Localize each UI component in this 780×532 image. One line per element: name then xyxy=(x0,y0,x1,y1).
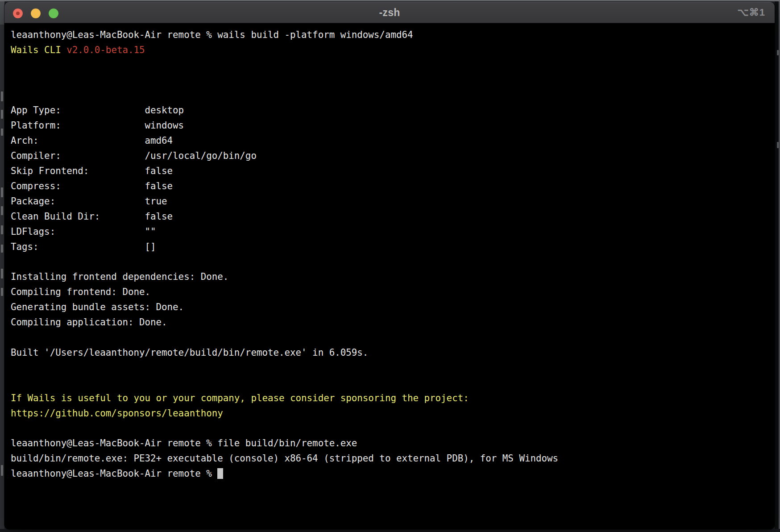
background-window-sliver-right xyxy=(775,0,780,532)
terminal-text: Clean Build Dir: false xyxy=(11,211,173,222)
background-window-edge-top xyxy=(0,0,780,1)
terminal-line: Skip Frontend: false xyxy=(11,164,775,179)
terminal-line: Generating bundle assets: Done. xyxy=(11,300,775,315)
traffic-lights xyxy=(13,8,58,18)
terminal-line: leaanthony@Leas-MacBook-Air remote % wai… xyxy=(11,28,775,43)
terminal-line xyxy=(11,58,775,73)
terminal-text: Compiler: /usr/local/go/bin/go xyxy=(11,150,257,161)
terminal-line: Compiling application: Done. xyxy=(11,315,775,330)
terminal-text: v2.0.0-beta.15 xyxy=(66,45,145,55)
terminal-text: If Wails is useful to you or your compan… xyxy=(11,393,469,403)
terminal-line: Compress: false xyxy=(11,179,775,194)
terminal-line xyxy=(11,73,775,88)
terminal-cursor xyxy=(217,468,223,479)
terminal-text: Compiling frontend: Done. xyxy=(11,287,150,297)
terminal-line: Clean Build Dir: false xyxy=(11,209,775,224)
terminal-text: Package: true xyxy=(11,196,167,207)
terminal-line: leaanthony@Leas-MacBook-Air remote % xyxy=(11,466,775,482)
terminal-line: https://github.com/sponsors/leaanthony xyxy=(11,406,775,421)
terminal-line: Installing frontend dependencies: Done. xyxy=(11,270,775,285)
terminal-text: https://github.com/sponsors/leaanthony xyxy=(11,408,223,419)
terminal-line: If Wails is useful to you or your compan… xyxy=(11,391,775,406)
terminal-text: LDFlags: "" xyxy=(11,226,156,237)
close-dot-icon xyxy=(16,12,20,15)
minimize-button[interactable] xyxy=(31,8,41,18)
terminal-line: Arch: amd64 xyxy=(11,133,775,149)
background-text-fragment xyxy=(1,225,3,234)
terminal-text: leaanthony@Leas-MacBook-Air remote % xyxy=(11,468,217,479)
terminal-line: Built '/Users/leaanthony/remote/build/bi… xyxy=(11,345,775,361)
terminal-screen[interactable]: leaanthony@Leas-MacBook-Air remote % wai… xyxy=(4,23,775,529)
terminal-line: Wails CLI v2.0.0-beta.15 xyxy=(11,43,775,58)
background-window-titlebar-fragment xyxy=(0,1,4,25)
background-text-fragment xyxy=(1,269,3,278)
terminal-line: App Type: desktop xyxy=(11,103,775,118)
terminal-line: leaanthony@Leas-MacBook-Air remote % fil… xyxy=(11,436,775,451)
background-text-fragment xyxy=(1,245,3,253)
background-text-fragment xyxy=(1,187,3,197)
background-text-fragment xyxy=(1,91,3,101)
background-text-fragment xyxy=(1,288,3,296)
titlebar[interactable]: -zsh ⌥⌘1 xyxy=(4,2,775,23)
terminal-text: Arch: amd64 xyxy=(11,135,173,146)
terminal-line xyxy=(11,330,775,345)
terminal-line xyxy=(11,88,775,104)
desktop-background-bottom xyxy=(0,529,780,532)
terminal-text: Skip Frontend: false xyxy=(11,166,173,176)
terminal-line xyxy=(11,255,775,270)
background-text-fragment xyxy=(1,465,3,476)
terminal-text: Installing frontend dependencies: Done. xyxy=(11,271,228,282)
terminal-line xyxy=(11,376,775,391)
background-text-fragment xyxy=(1,110,3,119)
terminal-line: Compiling frontend: Done. xyxy=(11,285,775,300)
background-text-fragment xyxy=(1,129,3,136)
terminal-text: Tags: [] xyxy=(11,241,156,252)
terminal-line: Tags: [] xyxy=(11,240,775,255)
terminal-text: leaanthony@Leas-MacBook-Air remote % fil… xyxy=(11,438,357,449)
window-shortcut-badge: ⌥⌘1 xyxy=(737,7,765,18)
window-title: -zsh xyxy=(379,7,400,19)
terminal-line: Package: true xyxy=(11,194,775,209)
background-text-fragment xyxy=(777,142,779,148)
terminal-text: build/bin/remote.exe: PE32+ executable (… xyxy=(11,453,558,464)
terminal-line xyxy=(11,421,775,436)
close-button[interactable] xyxy=(13,8,23,18)
terminal-text: Compress: false xyxy=(11,181,173,191)
terminal-line xyxy=(11,361,775,376)
terminal-text: leaanthony@Leas-MacBook-Air remote % wai… xyxy=(11,29,413,40)
terminal-window: -zsh ⌥⌘1 leaanthony@Leas-MacBook-Air rem… xyxy=(4,2,775,529)
terminal-text: Built '/Users/leaanthony/remote/build/bi… xyxy=(11,347,368,358)
background-text-fragment xyxy=(777,50,779,55)
terminal-text: Wails CLI xyxy=(11,45,66,55)
terminal-text: App Type: desktop xyxy=(11,105,184,116)
terminal-text: Compiling application: Done. xyxy=(11,317,167,328)
terminal-line: Compiler: /usr/local/go/bin/go xyxy=(11,149,775,164)
terminal-text: Platform: windows xyxy=(11,120,184,131)
background-window-sliver-left xyxy=(0,0,4,532)
zoom-button[interactable] xyxy=(49,8,58,18)
background-text-fragment xyxy=(1,206,3,215)
terminal-line: Platform: windows xyxy=(11,118,775,133)
terminal-text: Generating bundle assets: Done. xyxy=(11,302,184,312)
terminal-line: build/bin/remote.exe: PE32+ executable (… xyxy=(11,451,775,466)
terminal-line: LDFlags: "" xyxy=(11,224,775,240)
